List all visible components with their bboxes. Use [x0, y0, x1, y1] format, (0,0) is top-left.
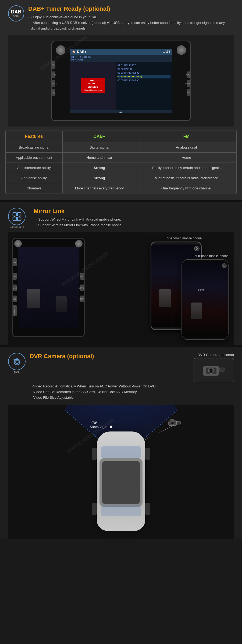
dimm-label-mirror: DIMM [198, 289, 204, 291]
svg-rect-0 [13, 213, 16, 216]
dab-icon-text: DAB [11, 9, 22, 14]
dab-station-name: 34 RTHK BBC(WS) PTY:NONE [70, 55, 172, 62]
wheel-fr [145, 448, 150, 460]
src-side-btn[interactable]: SRC [13, 273, 17, 280]
svg-rect-2 [13, 217, 16, 221]
setup-button[interactable]: SETUP [187, 80, 190, 87]
dvr-description: DVR Camera (optional) DVR Camera (option… [30, 353, 234, 400]
svg-rect-25 [177, 422, 181, 424]
view-angle-degrees: 170° [90, 421, 97, 425]
dab-section: DAB DAB+ DAB+ Tuner Ready (optional) · E… [0, 0, 242, 127]
game-figure-2 [56, 296, 67, 312]
dab-broadcasting: Digital signal [62, 142, 136, 153]
car-top-body [97, 431, 145, 531]
dvr-camera-img [194, 358, 234, 382]
dab-screen-topbar: 🏠 DAB+ 14:35 [70, 49, 172, 55]
feature-broadcasting: Broadcasting signal [6, 142, 63, 153]
mirror-title: Mirror Link [34, 208, 123, 215]
car-head-unit: VOL SRC BAND EQ GPS CARD NAVI SETUP DIMM [12, 238, 85, 337]
table-row: Anti-interfernce ability Strong Easily i… [6, 163, 237, 173]
dvr-camera-right: DVR Camera (optional) [194, 353, 234, 382]
table-row: Applicable environment Home and in-car H… [6, 153, 237, 163]
mirror-icon-label: MIRROR LINK [10, 226, 24, 228]
vol-button[interactable]: VOL [52, 61, 55, 69]
dvr-icon [8, 353, 26, 370]
windshield-rear [101, 505, 141, 516]
dvr-camera-optional-label: DVR Camera (optional) [194, 353, 234, 357]
car-roof-glass [102, 461, 140, 504]
prev-icon[interactable]: ⏮ [111, 111, 115, 113]
vol-side-btn[interactable]: VOL [13, 258, 17, 266]
setup-side-btn[interactable]: SETUP [80, 285, 84, 291]
game-overlay [18, 247, 79, 328]
bbc-logo: BBC WORLD SERVICE bbcworldservice.com [81, 78, 105, 93]
unit-knob-right[interactable] [75, 240, 83, 247]
eq-side-btn[interactable]: EQ [13, 296, 17, 302]
mirror-desc-2: · Support Wireles Mirror Link with iPhon… [34, 222, 123, 228]
view-angle-text: View Angle [90, 425, 107, 429]
dvr-cam-position [168, 418, 183, 430]
table-header-row: Features DAB+ FM [6, 131, 237, 142]
dab-desc-list: · Enjoy Audiophile-level Sound in your C… [28, 15, 234, 31]
mounted-camera-icon [168, 418, 183, 429]
dab-icon: DAB DAB+ [8, 5, 24, 21]
wheel-rr [145, 503, 150, 515]
dab-description: DAB+ Tuner Ready (optional) · Enjoy Audi… [28, 5, 234, 31]
dab-device: VOL SRC BAND EQ NAVI SETUP DIMM 🏠 DAB+ 1… [51, 41, 191, 121]
dab-desc-item-2: · After connecting a USB DAB receiver (o… [28, 20, 234, 31]
dimm-side-btn[interactable]: DIMM [80, 296, 84, 302]
android-game-figure [159, 289, 171, 307]
dab-channels: More channels every frequency [62, 183, 136, 193]
next-icon[interactable]: ⏭ [127, 111, 131, 113]
bbc-logo-text: BBC WORLD SERVICE bbcworldservice.com [84, 79, 102, 92]
fm-noise: A lot of nosie if there is radio interfe… [136, 173, 237, 183]
dvr-display-area: www.witson.com [8, 405, 234, 539]
fm-channels: One frequency with one channel [136, 183, 237, 193]
svg-rect-1 [17, 213, 21, 216]
mirror-header: MIRROR LINK Mirror Link · Support Wired … [8, 208, 234, 228]
eq-button[interactable]: EQ [52, 89, 55, 96]
dab-screen-title: DAB+ [77, 50, 87, 54]
dvr-desc-2: ·Video Can Be Recorded in the SD Card, D… [30, 389, 234, 395]
left-knob[interactable] [56, 45, 65, 55]
navi-button[interactable]: NAVI [187, 71, 190, 78]
station-item-3: 03 33 RTHK Radio3 [118, 71, 170, 75]
right-knob[interactable] [177, 45, 186, 55]
mirror-description: Mirror Link · Support Wired Mirror Link … [34, 208, 123, 228]
dvr-desc-list: ·Video Record Automatically When Turn on… [30, 384, 234, 400]
band-side-btn[interactable]: BAND [13, 285, 17, 291]
gps-side-btn[interactable]: GPS CARD [13, 305, 17, 316]
dab-screen-right: 01 31 RTHK PTC 02 32 CNR HK 03 33 RTHK R… [116, 62, 172, 110]
iphone-container: For iPhone mobile phone D [182, 254, 229, 340]
dimm-button[interactable]: DIMM [187, 89, 190, 96]
dvr-section: DVR DVR Camera (optional) DVR Camera (op… [0, 347, 242, 539]
station-item-5: 05 35 RTHK Radio5 [118, 78, 170, 82]
svg-point-24 [172, 422, 173, 424]
fm-interference: Easily interfered by terrain and other s… [136, 163, 237, 173]
dvr-camera-svg [200, 361, 227, 380]
android-phone-label: For Android mobile phone [151, 236, 202, 240]
dab-screen: 🏠 DAB+ 14:35 34 RTHK BBC(WS) PTY:NONE [70, 49, 172, 113]
fm-environment: Home [136, 153, 237, 163]
unit-knob-left[interactable] [14, 240, 22, 247]
dvr-desc-3: ·Video File Size Adjustable [30, 395, 234, 401]
iphone-game-figure [191, 303, 202, 319]
mirror-desc-1: · Support Wired Mirror Link with Android… [34, 217, 123, 222]
src-button[interactable]: SRC [52, 71, 55, 78]
band-button[interactable]: BAND [52, 80, 55, 87]
table-row: Channels More channels every frequency O… [6, 183, 237, 193]
iphone-camera-dot: D [222, 263, 227, 268]
station-list: 01 31 RTHK PTC 02 32 CNR HK 03 33 RTHK R… [118, 63, 170, 82]
comparison-table: Features DAB+ FM Broadcasting signal Dig… [5, 131, 237, 193]
dab-interference: Strong [62, 163, 136, 173]
dvr-header: DVR DVR Camera (optional) DVR Camera (op… [8, 353, 234, 400]
navi-side-btn[interactable]: NAVI [80, 273, 84, 280]
car-roof [99, 458, 143, 507]
svg-rect-18 [220, 368, 224, 371]
dvr-desc-1: ·Video Record Automatically When Turn on… [30, 384, 234, 389]
dab-title: DAB+ Tuner Ready (optional) [28, 5, 234, 12]
feature-interference: Anti-interfernce ability [6, 163, 63, 173]
wheel-fl [92, 448, 97, 460]
car-body-shape [97, 431, 145, 531]
search-icon[interactable]: 🔍 [119, 111, 123, 113]
